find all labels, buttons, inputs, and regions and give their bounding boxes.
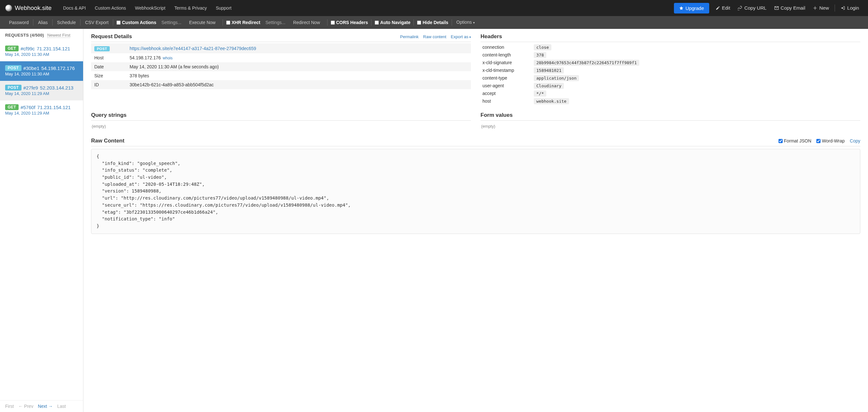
subnav-xhr-group: XHR Redirect Settings... Redirect Now <box>224 16 327 29</box>
logo-icon <box>5 4 12 11</box>
headers-table: connectionclosecontent-length378x-cld-si… <box>480 43 860 105</box>
xhr-settings[interactable]: Settings... <box>261 16 289 29</box>
copy-raw-link[interactable]: Copy <box>850 138 860 143</box>
sidebar-header: REQUESTS (4/500) Newest First <box>0 29 83 42</box>
header-key: accept <box>480 90 532 97</box>
subnav-password[interactable]: Password <box>5 16 32 29</box>
top-nav: Webhook.site Docs & API Custom Actions W… <box>0 0 868 16</box>
request-url[interactable]: https://webhook.site/e7e44147-a317-4a21-… <box>130 46 256 51</box>
xhr-redirect-now[interactable]: Redirect Now <box>289 16 324 29</box>
subnav-alias[interactable]: Alias <box>34 16 51 29</box>
divider <box>835 4 835 11</box>
cors-checkbox[interactable] <box>331 21 335 25</box>
host-value: 54.198.172.176 <box>130 55 161 60</box>
custom-actions-label: Custom Actions <box>122 20 156 25</box>
id-value: 30be142b-621c-4a89-a853-abb504f5d2ac <box>126 80 471 89</box>
pager-prev[interactable]: ← Prev <box>18 404 33 409</box>
pager: First ← Prev Next → Last <box>0 400 83 412</box>
edit-button[interactable]: Edit <box>712 0 734 16</box>
upgrade-button[interactable]: Upgrade <box>674 3 709 13</box>
header-key: content-length <box>480 51 532 59</box>
size-label: Size <box>91 71 126 80</box>
hide-details-toggle[interactable]: Hide Details <box>414 20 451 25</box>
copy-url-button[interactable]: Copy URL <box>734 0 770 16</box>
nav-terms[interactable]: Terms & Privacy <box>170 0 211 16</box>
request-hash: #5760f <box>21 105 35 110</box>
method-pill: POST <box>94 46 110 51</box>
permalink-link[interactable]: Permalink <box>400 34 418 39</box>
subnav-csv-export[interactable]: CSV Export <box>81 16 112 29</box>
host-label: Host <box>91 53 126 62</box>
export-as-dropdown[interactable]: Export as <box>451 34 471 39</box>
pager-first[interactable]: First <box>5 404 14 409</box>
copy-email-button[interactable]: Copy Email <box>771 0 809 16</box>
nav-custom-actions[interactable]: Custom Actions <box>90 0 130 16</box>
login-button[interactable]: Login <box>837 0 863 16</box>
request-details-table: POST https://webhook.site/e7e44147-a317-… <box>91 43 471 89</box>
nav-support[interactable]: Support <box>211 0 236 16</box>
header-value: */* <box>534 90 546 96</box>
request-list: GET#cf99c 71.231.154.121May 14, 2020 11:… <box>0 42 83 400</box>
sort-toggle[interactable]: Newest First <box>47 33 70 38</box>
hide-details-checkbox[interactable] <box>417 21 421 25</box>
xhr-checkbox[interactable] <box>226 21 230 25</box>
header-key: content-type <box>480 74 532 82</box>
header-key: user-agent <box>480 82 532 90</box>
custom-actions-checkbox[interactable] <box>117 21 121 25</box>
header-value: 378 <box>534 52 546 58</box>
raw-content-link[interactable]: Raw content <box>423 34 446 39</box>
request-item[interactable]: POST#27fe9 52.203.144.213May 14, 2020 11… <box>0 81 83 100</box>
headers-title: Headers <box>480 33 502 40</box>
custom-actions-execute[interactable]: Execute Now <box>185 16 219 29</box>
query-strings-empty: (empty) <box>91 122 471 130</box>
word-wrap-toggle[interactable]: Word-Wrap <box>816 138 845 143</box>
request-item[interactable]: GET#cf99c 71.231.154.121May 14, 2020 11:… <box>0 42 83 61</box>
method-badge: POST <box>5 65 22 71</box>
header-key: connection <box>480 43 532 51</box>
sidebar: REQUESTS (4/500) Newest First GET#cf99c … <box>0 29 84 412</box>
request-date: May 14, 2020 11:29 AM <box>5 111 78 116</box>
request-details-title: Request Details <box>91 33 132 40</box>
word-wrap-checkbox[interactable] <box>816 139 820 143</box>
header-key: x-cld-timestamp <box>480 66 532 74</box>
request-date: May 14, 2020 11:30 AM <box>5 71 78 77</box>
header-key: x-cld-signature <box>480 59 532 66</box>
header-value: 28b9984c97653c44f3b87f2c2264571f7ff989f1 <box>534 60 639 66</box>
request-ip: 71.231.154.121 <box>37 105 70 110</box>
subnav-schedule[interactable]: Schedule <box>53 16 80 29</box>
raw-content-body: { "info_kind": "google_speech", "info_st… <box>91 149 860 234</box>
brand-text: Webhook.site <box>15 4 52 11</box>
id-label: ID <box>91 80 126 89</box>
autonav-toggle[interactable]: Auto Navigate <box>372 20 413 25</box>
pager-next[interactable]: Next → <box>38 404 53 409</box>
options-dropdown[interactable]: Options <box>453 16 478 29</box>
nav-webhookscript[interactable]: WebhookScript <box>130 0 170 16</box>
format-json-toggle[interactable]: Format JSON <box>778 138 811 143</box>
header-value: webhook.site <box>534 98 569 104</box>
request-date: May 14, 2020 11:29 AM <box>5 91 78 96</box>
new-button[interactable]: New <box>809 0 833 16</box>
cors-toggle[interactable]: CORS Headers <box>328 20 371 25</box>
header-value: application/json <box>534 75 579 81</box>
request-item[interactable]: POST#30be1 54.198.172.176May 14, 2020 11… <box>0 61 83 81</box>
size-value: 378 bytes <box>126 71 471 80</box>
pager-last[interactable]: Last <box>57 404 66 409</box>
format-json-checkbox[interactable] <box>778 139 783 143</box>
header-value: Cloudinary <box>534 83 564 89</box>
plus-icon <box>813 6 817 10</box>
whois-link[interactable]: whois <box>163 56 173 60</box>
method-badge: POST <box>5 85 22 90</box>
custom-actions-settings[interactable]: Settings... <box>157 16 185 29</box>
autonav-checkbox[interactable] <box>375 21 379 25</box>
request-ip: 71.231.154.121 <box>37 46 70 51</box>
link-icon <box>738 6 742 10</box>
request-ip: 54.198.172.176 <box>41 65 75 71</box>
content: Request Details Permalink Raw content Ex… <box>84 29 868 412</box>
brand[interactable]: Webhook.site <box>5 4 52 11</box>
request-ip: 52.203.144.213 <box>40 85 73 90</box>
nav-docs[interactable]: Docs & API <box>59 0 90 16</box>
request-hash: #27fe9 <box>23 85 38 90</box>
request-item[interactable]: GET#5760f 71.231.154.121May 14, 2020 11:… <box>0 100 83 120</box>
header-value: 1589481021 <box>534 67 564 73</box>
header-value: close <box>534 44 551 50</box>
